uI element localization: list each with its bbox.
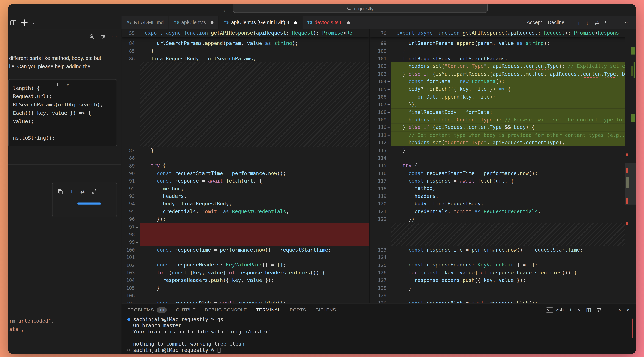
- copy-icon[interactable]: [56, 82, 62, 87]
- copy-icon[interactable]: [58, 189, 63, 194]
- diff-row[interactable]: 118 method,: [370, 185, 636, 192]
- diff-row[interactable]: 101 finalRequestBody = urlSearchParams;: [370, 55, 636, 62]
- diff-row[interactable]: 88: [122, 154, 369, 162]
- diff-row[interactable]: 128 }: [370, 284, 636, 292]
- diff-row[interactable]: 112+ headers.set("Content-Type", apiRequ…: [370, 139, 636, 147]
- diff-row[interactable]: 103 for (const [key, value] of response.…: [122, 269, 369, 277]
- trash-icon[interactable]: [100, 33, 106, 40]
- nav-forward-icon[interactable]: →: [220, 6, 226, 13]
- diff-row[interactable]: 98-: [122, 231, 369, 238]
- diff-row[interactable]: 110+ } else if (apiRequest.contentType &…: [370, 124, 636, 131]
- diff-row[interactable]: 85 }: [122, 47, 369, 55]
- diff-row[interactable]: 97-: [122, 223, 369, 231]
- panel-tab-output[interactable]: OUTPUT: [176, 304, 196, 316]
- diff-row[interactable]: 119 headers,: [370, 192, 636, 200]
- diff-row[interactable]: 99 urlSearchParams.append(param, value a…: [370, 39, 636, 47]
- toggle-whitespace-icon[interactable]: ¶: [605, 19, 608, 26]
- terminal-command-decoration[interactable]: [127, 349, 130, 351]
- diff-row[interactable]: 109+ headers.delete('Content-Type'); // …: [370, 116, 636, 124]
- more-actions-icon[interactable]: ⋯: [607, 307, 613, 313]
- diff-row[interactable]: 106: [122, 292, 369, 300]
- insert-icon[interactable]: +: [70, 188, 74, 195]
- panel-tab-gitlens[interactable]: GITLENS: [316, 304, 336, 316]
- diff-row[interactable]: 89 try {: [122, 162, 369, 170]
- diff-row[interactable]: 130 const responseBlob = await response.…: [370, 300, 636, 303]
- nav-back-icon[interactable]: ←: [208, 6, 214, 13]
- diff-row[interactable]: 102+ headers.set("Content-Type", apiRequ…: [370, 62, 636, 70]
- maximize-panel-icon[interactable]: ∧: [618, 308, 621, 312]
- diff-row[interactable]: 104 responseHeaders.push({ key, value })…: [122, 277, 369, 284]
- diff-row[interactable]: 125 const responseHeaders: KeyValuePair[…: [370, 261, 636, 269]
- diff-row[interactable]: 124: [370, 254, 636, 261]
- close-panel-icon[interactable]: ×: [627, 307, 630, 313]
- editor-layout-icon[interactable]: [10, 19, 17, 26]
- shell-selector[interactable]: >_ zsh: [546, 307, 564, 313]
- diff-row[interactable]: 86 finalRequestBody = urlSearchParams;: [122, 55, 369, 62]
- chevron-down-icon[interactable]: ∨: [32, 20, 35, 25]
- diff-row[interactable]: 84 urlSearchParams.append(param, value a…: [122, 39, 369, 47]
- diff-row[interactable]: 115 try {: [370, 162, 636, 170]
- editor-tab[interactable]: TSapiClient.ts: [169, 16, 219, 29]
- diff-row[interactable]: 104+ const formData = new FormData();: [370, 78, 636, 85]
- diff-row[interactable]: 107 const responseBlob = await response.…: [122, 300, 369, 303]
- diff-row[interactable]: 100 const responseTime = performance.now…: [122, 246, 369, 254]
- new-terminal-icon[interactable]: +: [569, 307, 572, 313]
- previous-change-icon[interactable]: ↑: [577, 19, 580, 26]
- diff-row[interactable]: 102 const responseHeaders: KeyValuePair[…: [122, 261, 369, 269]
- diff-row[interactable]: 105+ body?.forEach(({ key, file }) => {: [370, 85, 636, 93]
- diff-row[interactable]: 99-: [122, 238, 369, 246]
- diff-row[interactable]: 113 }: [370, 147, 636, 154]
- diff-row[interactable]: 111+ // Set content type when body is pr…: [370, 131, 636, 139]
- editor-tab[interactable]: TSapiClient.ts (Gemini Diff) 4: [219, 16, 302, 29]
- expand-icon[interactable]: [91, 189, 97, 194]
- panel-tab-terminal[interactable]: TERMINAL: [256, 304, 281, 316]
- diff-row[interactable]: 120 body: finalRequestBody,: [370, 200, 636, 208]
- diff-row[interactable]: 95 credentials: "omit" as RequestCredent…: [122, 208, 369, 215]
- share-profile-icon[interactable]: [89, 33, 95, 40]
- decline-button[interactable]: Decline: [548, 19, 564, 25]
- diff-row[interactable]: 122 });: [370, 215, 636, 223]
- editor-tab[interactable]: M↓README.md: [122, 16, 169, 29]
- diff-row[interactable]: 94 body: finalRequestBody,: [122, 200, 369, 208]
- more-actions-icon[interactable]: ⋯: [624, 19, 630, 26]
- diff-original-pane[interactable]: 55 export async function getAPIResponse(…: [122, 29, 369, 303]
- split-editor-icon[interactable]: ◫: [614, 19, 619, 26]
- diff-row[interactable]: 90 const requestStartTime = performance.…: [122, 170, 369, 177]
- minimap[interactable]: [625, 29, 636, 303]
- diff-modified-pane[interactable]: 70 export async function getAPIResponse(…: [370, 29, 636, 303]
- diff-row[interactable]: 93 headers,: [122, 192, 369, 200]
- split-terminal-icon[interactable]: ◫: [586, 307, 591, 313]
- next-change-icon[interactable]: ↓: [586, 19, 588, 26]
- diff-row[interactable]: 87 }: [122, 147, 369, 154]
- diff-row[interactable]: 92 method,: [122, 185, 369, 192]
- diff-row[interactable]: 103+ } else if (isMultipartRequest(apiRe…: [370, 70, 636, 78]
- panel-tab-ports[interactable]: PORTS: [290, 304, 306, 316]
- launch-profile-chevron-icon[interactable]: ∨: [578, 308, 581, 312]
- command-center[interactable]: requestly: [233, 4, 488, 13]
- diff-row[interactable]: 121 credentials: "omit" as RequestCreden…: [370, 208, 636, 215]
- diff-row[interactable]: 117 const response = await fetch(url, {: [370, 177, 636, 185]
- compare-icon[interactable]: ⇄: [80, 188, 85, 195]
- panel-tab-debug-console[interactable]: DEBUG CONSOLE: [205, 304, 247, 316]
- diff-row[interactable]: 126 for (const [key, value] of response.…: [370, 269, 636, 277]
- panel-tab-problems[interactable]: PROBLEMS10: [127, 304, 167, 316]
- diff-row[interactable]: 107+ });: [370, 101, 636, 108]
- more-actions-icon[interactable]: ⋯: [111, 33, 117, 40]
- diff-row[interactable]: 116 const requestStartTime = performance…: [370, 170, 636, 177]
- diff-row[interactable]: 129: [370, 292, 636, 300]
- diff-row[interactable]: 127 responseHeaders.push({ key, value })…: [370, 277, 636, 284]
- diff-row[interactable]: 123 const responseTime = performance.now…: [370, 246, 636, 254]
- diff-row[interactable]: 108+ finalRequestBody = formData;: [370, 108, 636, 116]
- diff-row[interactable]: 106+ formData.append(key, file);: [370, 93, 636, 101]
- open-in-editor-icon[interactable]: ↗: [66, 81, 69, 89]
- swap-sides-icon[interactable]: ⇄: [594, 19, 599, 26]
- terminal-command-decoration[interactable]: [127, 318, 130, 321]
- diff-row[interactable]: 91 const response = await fetch(url, {: [122, 177, 369, 185]
- editor-tab[interactable]: TSdevtools.ts 6: [302, 16, 356, 29]
- accept-button[interactable]: Accept: [527, 19, 542, 25]
- diff-row[interactable]: 101: [122, 254, 369, 261]
- diff-row[interactable]: 96 });: [122, 215, 369, 223]
- terminal[interactable]: sachinjain@iMac requestly % gsOn branch …: [127, 317, 626, 353]
- kill-terminal-icon[interactable]: [597, 307, 602, 313]
- diff-row[interactable]: 100 }: [370, 47, 636, 55]
